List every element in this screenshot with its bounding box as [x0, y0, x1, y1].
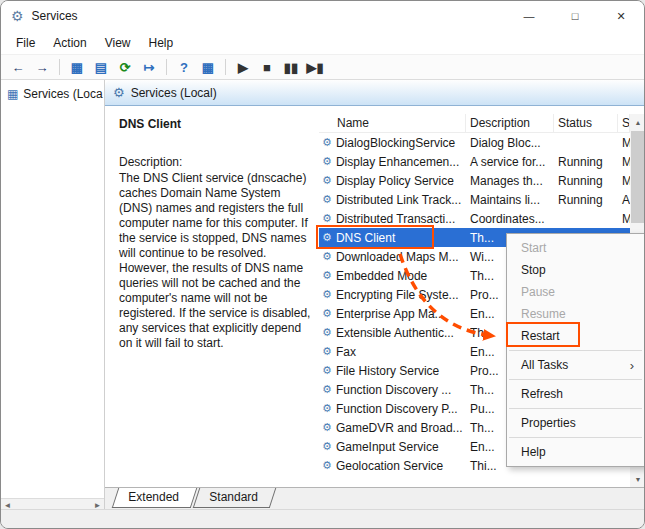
service-name: Extensible Authentic...	[336, 326, 454, 340]
show-console-tree-icon[interactable]: ▦	[66, 57, 88, 77]
service-name: Fax	[336, 345, 356, 359]
column-header-name[interactable]: Name	[319, 114, 466, 132]
help-icon[interactable]: ?	[173, 57, 195, 77]
services-window: ⚙ Services — □ ✕ FileActionViewHelp ←→▦▤…	[0, 0, 645, 529]
column-header-status[interactable]: Status	[554, 114, 618, 132]
context-menu-label: All Tasks	[521, 358, 568, 372]
service-name-cell: ⚙GameDVR and Broad...	[319, 421, 466, 435]
service-gear-icon: ⚙	[322, 155, 332, 168]
service-name-cell: ⚙Function Discovery ...	[319, 383, 466, 397]
context-menu-label: Resume	[521, 307, 566, 321]
show-action-pane-icon[interactable]: ▦	[197, 57, 219, 77]
service-name-cell: ⚙Enterprise App Ma...	[319, 307, 466, 321]
context-menu-all-tasks[interactable]: All Tasks›	[507, 354, 644, 376]
service-gear-icon: ⚙	[322, 402, 332, 415]
scroll-up-icon[interactable]: ▲	[630, 114, 645, 130]
service-gear-icon: ⚙	[322, 288, 332, 301]
titlebar[interactable]: ⚙ Services — □ ✕	[1, 1, 644, 31]
close-button[interactable]: ✕	[598, 1, 644, 31]
context-menu-label: Stop	[521, 263, 546, 277]
service-gear-icon: ⚙	[322, 440, 332, 453]
service-name-cell: ⚙File History Service	[319, 364, 466, 378]
menu-file[interactable]: File	[7, 33, 44, 53]
menubar: FileActionViewHelp	[1, 31, 644, 54]
service-gear-icon: ⚙	[322, 193, 332, 206]
forward-icon[interactable]: →	[31, 57, 53, 77]
menu-help[interactable]: Help	[140, 33, 183, 53]
tab-label: Extended	[128, 490, 179, 504]
service-gear-icon: ⚙	[322, 307, 332, 320]
menu-action[interactable]: Action	[44, 33, 95, 53]
service-name-cell: ⚙Function Discovery P...	[319, 402, 466, 416]
service-name: Enterprise App Ma...	[336, 307, 445, 321]
tree-item-services-local[interactable]: ▦ Services (Loca	[1, 80, 104, 105]
service-name-cell: ⚙Distributed Transacti...	[319, 212, 466, 226]
service-startup-type: M	[618, 136, 630, 150]
refresh-icon[interactable]: ⟳	[114, 57, 136, 77]
context-menu-separator	[509, 437, 642, 438]
column-header-description[interactable]: Description	[466, 114, 554, 132]
description-heading: Description:	[119, 155, 309, 169]
context-menu-refresh[interactable]: Refresh	[507, 383, 644, 405]
context-menu-pause: Pause	[507, 281, 644, 303]
service-name: Encrypting File Syste...	[336, 288, 459, 302]
stop-service-icon[interactable]: ■	[256, 57, 278, 77]
service-name-cell: ⚙Extensible Authentic...	[319, 326, 466, 340]
toolbar: ←→▦▤⟳↦?▦▶■▮▮▶▮	[1, 54, 644, 80]
service-name-cell: ⚙DialogBlockingService	[319, 136, 466, 150]
service-name: Function Discovery P...	[336, 402, 458, 416]
context-menu-label: Pause	[521, 285, 555, 299]
context-menu-stop[interactable]: Stop	[507, 259, 644, 281]
tree-item-label: Services (Loca	[23, 87, 102, 101]
menu-view[interactable]: View	[96, 33, 140, 53]
service-status: Running	[554, 193, 618, 207]
context-menu-label: Properties	[521, 416, 576, 430]
context-menu-separator	[509, 408, 642, 409]
service-name-cell: ⚙Encrypting File Syste...	[319, 288, 466, 302]
service-gear-icon: ⚙	[322, 364, 332, 377]
service-name: Embedded Mode	[336, 269, 427, 283]
panel-header: ⚙ Services (Local)	[105, 80, 645, 106]
start-service-icon[interactable]: ▶	[232, 57, 254, 77]
restart-service-icon[interactable]: ▶▮	[304, 57, 326, 77]
list-header: NameDescriptionStatusS	[319, 114, 645, 133]
service-name: Display Enhancemen...	[336, 155, 459, 169]
back-icon[interactable]: ←	[7, 57, 29, 77]
service-row[interactable]: ⚙Distributed Transacti...Coordinates...M	[319, 209, 630, 228]
context-menu-separator	[509, 350, 642, 351]
service-row[interactable]: ⚙DialogBlockingServiceDialog Bloc...M	[319, 133, 630, 152]
service-name: GameInput Service	[336, 440, 439, 454]
context-menu-label: Restart	[521, 329, 560, 343]
context-menu-label: Refresh	[521, 387, 563, 401]
caption-buttons: — □ ✕	[506, 1, 644, 31]
context-menu-separator	[509, 379, 642, 380]
service-description: Maintains li...	[466, 193, 554, 207]
pause-service-icon[interactable]: ▮▮	[280, 57, 302, 77]
context-menu-help[interactable]: Help	[507, 441, 644, 463]
export-list-icon[interactable]: ↦	[138, 57, 160, 77]
service-startup-type: M	[618, 174, 630, 188]
tab-extended[interactable]: Extended	[112, 488, 197, 508]
maximize-button[interactable]: □	[552, 1, 598, 31]
context-menu-restart[interactable]: Restart	[507, 325, 644, 347]
context-menu-start: Start	[507, 237, 644, 259]
service-row[interactable]: ⚙Distributed Link Track...Maintains li..…	[319, 190, 630, 209]
context-menu-properties[interactable]: Properties	[507, 412, 644, 434]
properties-icon[interactable]: ▤	[90, 57, 112, 77]
console-tree-panel: ▦ Services (Loca ◄ ►	[1, 80, 105, 511]
view-tabs: ExtendedStandard	[105, 487, 645, 511]
tab-standard[interactable]: Standard	[192, 488, 275, 508]
scroll-down-icon[interactable]: ▼	[630, 471, 645, 487]
minimize-button[interactable]: —	[506, 1, 552, 31]
description-text: The DNS Client service (dnscache) caches…	[119, 171, 317, 351]
service-row[interactable]: ⚙Display Policy ServiceManages th...Runn…	[319, 171, 630, 190]
service-name-cell: ⚙Fax	[319, 345, 466, 359]
service-row[interactable]: ⚙Display Enhancemen...A service for...Ru…	[319, 152, 630, 171]
service-status: Running	[554, 155, 618, 169]
column-header-s[interactable]: S	[618, 114, 630, 132]
submenu-arrow-icon: ›	[630, 358, 634, 373]
toolbar-separator	[166, 59, 167, 75]
service-gear-icon: ⚙	[322, 326, 332, 339]
scrollbar-thumb[interactable]	[631, 131, 645, 223]
service-gear-icon: ⚙	[322, 345, 332, 358]
